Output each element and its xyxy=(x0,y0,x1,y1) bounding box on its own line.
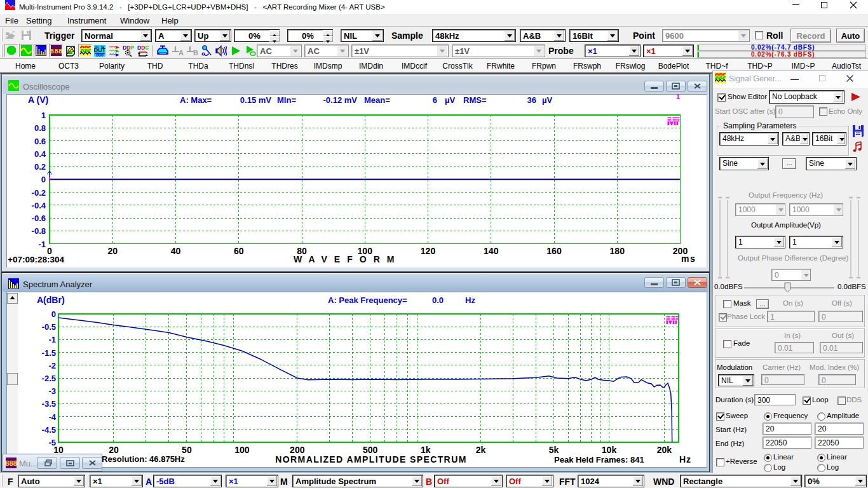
svg-text:888: 888 xyxy=(50,48,62,55)
svg-text:000: 000 xyxy=(96,53,104,57)
svg-text:DDC: DDC xyxy=(137,45,149,51)
svg-text:888: 888 xyxy=(6,459,17,467)
svg-text:B: B xyxy=(193,49,198,57)
svg-text:A: A xyxy=(179,49,184,57)
svg-text:DDP: DDP xyxy=(123,45,134,51)
